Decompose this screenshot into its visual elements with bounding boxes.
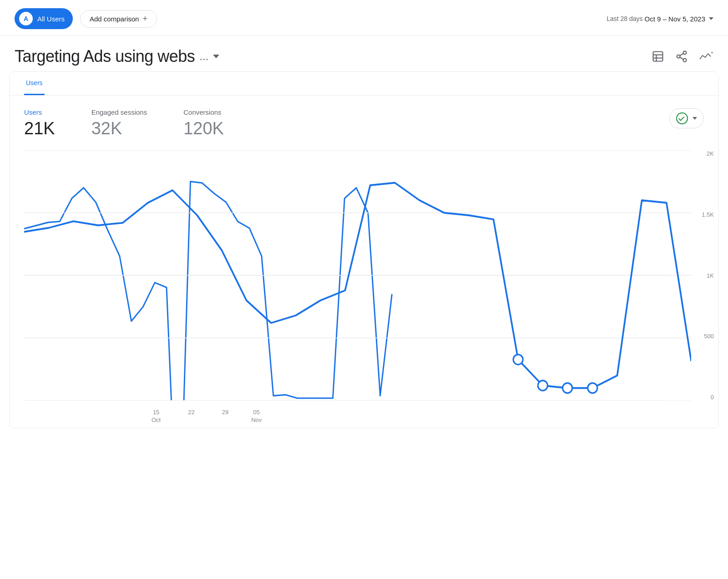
chevron-down-icon	[709, 17, 713, 20]
y-axis-labels: 2K 1.5K 1K 500 0	[702, 150, 714, 401]
x-label-date-15: 15	[153, 409, 159, 416]
top-bar: A All Users Add comparison + Last 28 day…	[0, 0, 728, 36]
y-label-1k: 1K	[707, 272, 714, 279]
sparkline-icon[interactable]: ✦	[699, 50, 713, 63]
x-axis-labels: 15 Oct 22 29 05 Nov	[24, 409, 691, 423]
svg-point-4	[683, 51, 687, 54]
svg-point-22	[562, 383, 572, 393]
check-circle-icon	[676, 112, 688, 124]
x-label-oct15: 15 Oct	[152, 409, 161, 423]
metric-conversions-value: 120K	[183, 119, 224, 138]
check-mark-icon	[678, 115, 684, 121]
svg-text:✦: ✦	[711, 51, 713, 54]
metric-users-label: Users	[24, 108, 55, 116]
metric-engaged-sessions: Engaged sessions 32K	[91, 108, 147, 138]
x-label-date-05: 05	[253, 409, 260, 416]
line-chart-container: 2K 1.5K 1K 500 0 15 Oct 22 29 05 Nov	[10, 146, 718, 428]
y-label-1500: 1.5K	[702, 211, 714, 218]
chart-area: Users Users 21K Engaged sessions 32K Con…	[9, 71, 719, 428]
check-dropdown[interactable]	[669, 108, 704, 128]
x-label-oct22: 22	[188, 409, 194, 423]
svg-line-8	[680, 54, 683, 56]
svg-point-20	[513, 355, 523, 365]
metric-engaged-value: 32K	[91, 119, 147, 138]
date-range-value: Oct 9 – Nov 5, 2023	[645, 15, 705, 23]
tab-users[interactable]: Users	[24, 72, 45, 95]
svg-point-21	[538, 381, 547, 391]
table-chart-icon[interactable]	[652, 50, 664, 63]
metrics-row: Users 21K Engaged sessions 32K Conversio…	[10, 96, 718, 146]
date-range-selector[interactable]: Last 28 days Oct 9 – Nov 5, 2023	[607, 15, 713, 23]
y-label-0: 0	[711, 394, 714, 401]
check-dropdown-chevron	[693, 117, 697, 120]
chart-tabs: Users	[10, 72, 718, 96]
header-actions: ✦	[652, 50, 713, 63]
x-label-month-oct: Oct	[152, 416, 161, 423]
page-title-area: Targeting Ads using webs ...	[15, 47, 219, 66]
all-users-button[interactable]: A All Users	[15, 8, 73, 29]
svg-line-7	[680, 57, 683, 60]
add-icon: +	[142, 14, 147, 24]
metric-conversions: Conversions 120K	[183, 108, 224, 138]
title-ellipsis: ...	[199, 50, 208, 63]
x-label-date-29: 29	[222, 409, 228, 416]
svg-point-6	[683, 59, 687, 62]
x-label-month-nov: Nov	[251, 416, 262, 423]
line-chart	[24, 150, 691, 401]
x-label-nov05: 05 Nov	[251, 409, 262, 423]
date-range-label: Last 28 days	[607, 15, 642, 22]
svg-point-23	[588, 383, 597, 393]
page-title: Targeting Ads using webs	[15, 47, 195, 66]
x-label-date-22: 22	[188, 409, 194, 416]
all-users-label: All Users	[37, 15, 65, 23]
add-comparison-label: Add comparison	[90, 15, 139, 23]
metric-users: Users 21K	[24, 108, 55, 138]
title-dropdown-icon[interactable]	[213, 55, 219, 58]
y-label-2k: 2K	[707, 150, 714, 157]
share-icon[interactable]	[675, 50, 688, 63]
x-axis-spacer	[262, 409, 691, 423]
x-label-oct29: 29	[222, 409, 228, 423]
add-comparison-button[interactable]: Add comparison +	[80, 10, 157, 28]
svg-point-5	[677, 55, 680, 58]
metrics-left: Users 21K Engaged sessions 32K Conversio…	[24, 108, 224, 138]
metric-conversions-label: Conversions	[183, 108, 224, 116]
top-bar-left: A All Users Add comparison +	[15, 8, 157, 29]
page-header: Targeting Ads using webs ...	[0, 36, 728, 71]
avatar: A	[19, 12, 33, 25]
svg-rect-0	[653, 52, 663, 61]
metric-users-value: 21K	[24, 119, 55, 138]
metric-engaged-label: Engaged sessions	[91, 108, 147, 116]
y-label-500: 500	[704, 333, 714, 340]
